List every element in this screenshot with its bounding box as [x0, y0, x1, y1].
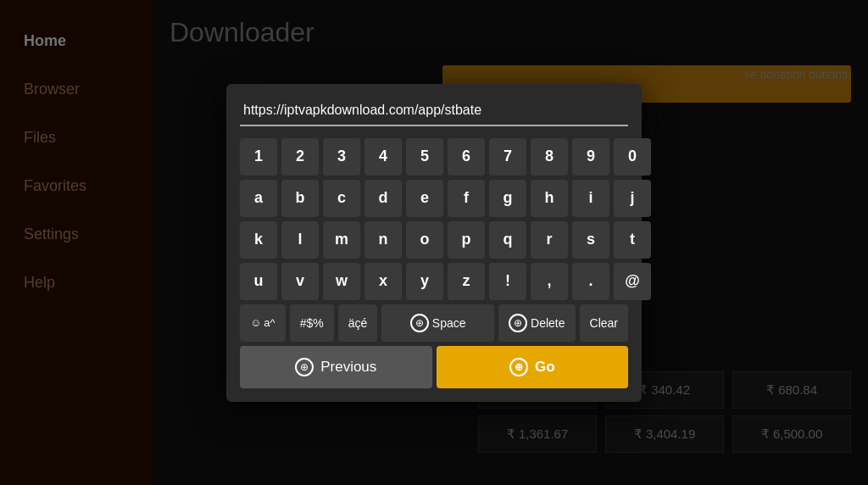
key-row-a-j: a b c d e f g h i j [240, 180, 628, 217]
key-e[interactable]: e [406, 180, 443, 217]
key-period[interactable]: . [572, 263, 609, 300]
key-p[interactable]: p [448, 221, 485, 259]
key-c[interactable]: c [323, 180, 360, 217]
key-d[interactable]: d [364, 180, 402, 217]
key-h[interactable]: h [531, 180, 568, 217]
key-row-numbers: 1 2 3 4 5 6 7 8 9 0 [240, 138, 628, 176]
key-x[interactable]: x [364, 263, 402, 300]
space-label: Space [432, 316, 466, 330]
key-3[interactable]: 3 [323, 138, 360, 176]
go-label: Go [535, 359, 555, 376]
key-2[interactable]: 2 [281, 138, 319, 176]
key-4[interactable]: 4 [364, 138, 402, 176]
key-at[interactable]: @ [614, 263, 651, 300]
key-k[interactable]: k [240, 221, 277, 259]
key-clear[interactable]: Clear [580, 304, 628, 342]
symbols-label: #$% [300, 316, 324, 330]
keyboard-modal: 1 2 3 4 5 6 7 8 9 0 a b c d e f g h [226, 84, 642, 402]
url-input[interactable] [240, 98, 628, 126]
key-symbols[interactable]: #$% [290, 304, 334, 342]
key-u[interactable]: u [240, 263, 277, 300]
accent-label: äçé [348, 316, 368, 330]
key-accent[interactable]: äçé [338, 304, 378, 342]
previous-icon: ⊕ [295, 358, 314, 376]
delete-label: Delete [531, 316, 565, 330]
emoji-icon: ☺ [250, 316, 261, 329]
key-v[interactable]: v [281, 263, 319, 300]
key-q[interactable]: q [489, 221, 526, 259]
key-m[interactable]: m [323, 221, 360, 259]
key-f[interactable]: f [448, 180, 485, 217]
key-0[interactable]: 0 [614, 138, 651, 176]
key-n[interactable]: n [364, 221, 402, 259]
key-s[interactable]: s [572, 221, 609, 259]
key-r[interactable]: r [531, 221, 568, 259]
key-w[interactable]: w [323, 263, 360, 300]
key-exclaim[interactable]: ! [489, 263, 526, 300]
key-j[interactable]: j [614, 180, 651, 217]
key-space[interactable]: ⊕ Space [381, 304, 494, 342]
key-a[interactable]: a [240, 180, 277, 217]
key-comma[interactable]: , [531, 263, 568, 300]
keyboard-rows: 1 2 3 4 5 6 7 8 9 0 a b c d e f g h [240, 138, 628, 342]
delete-icon: ⊕ [509, 314, 527, 332]
go-icon: ⊕ [509, 358, 528, 376]
key-row-u-at: u v w x y z ! , . @ [240, 263, 628, 300]
modal-overlay: 1 2 3 4 5 6 7 8 9 0 a b c d e f g h [0, 0, 868, 485]
key-delete[interactable]: ⊕ Delete [498, 304, 575, 342]
key-o[interactable]: o [406, 221, 443, 259]
bottom-action-row: ⊕ Previous ⊕ Go [240, 346, 628, 388]
key-z[interactable]: z [448, 263, 485, 300]
case-label: a^ [264, 316, 275, 329]
key-9[interactable]: 9 [572, 138, 609, 176]
go-button[interactable]: ⊕ Go [437, 346, 629, 388]
key-row-k-t: k l m n o p q r s t [240, 221, 628, 259]
key-t[interactable]: t [614, 221, 651, 259]
key-row-special: ☺ a^ #$% äçé ⊕ Space ⊕ Delete [240, 304, 628, 342]
key-l[interactable]: l [281, 221, 319, 259]
key-i[interactable]: i [572, 180, 609, 217]
previous-button[interactable]: ⊕ Previous [240, 346, 432, 388]
key-5[interactable]: 5 [406, 138, 443, 176]
key-b[interactable]: b [281, 180, 319, 217]
key-emoji[interactable]: ☺ a^ [240, 304, 286, 342]
key-y[interactable]: y [406, 263, 443, 300]
space-icon: ⊕ [410, 314, 429, 332]
key-8[interactable]: 8 [531, 138, 568, 176]
previous-label: Previous [320, 359, 376, 376]
key-g[interactable]: g [489, 180, 526, 217]
key-1[interactable]: 1 [240, 138, 277, 176]
key-6[interactable]: 6 [448, 138, 485, 176]
key-7[interactable]: 7 [489, 138, 526, 176]
clear-label: Clear [590, 316, 618, 330]
